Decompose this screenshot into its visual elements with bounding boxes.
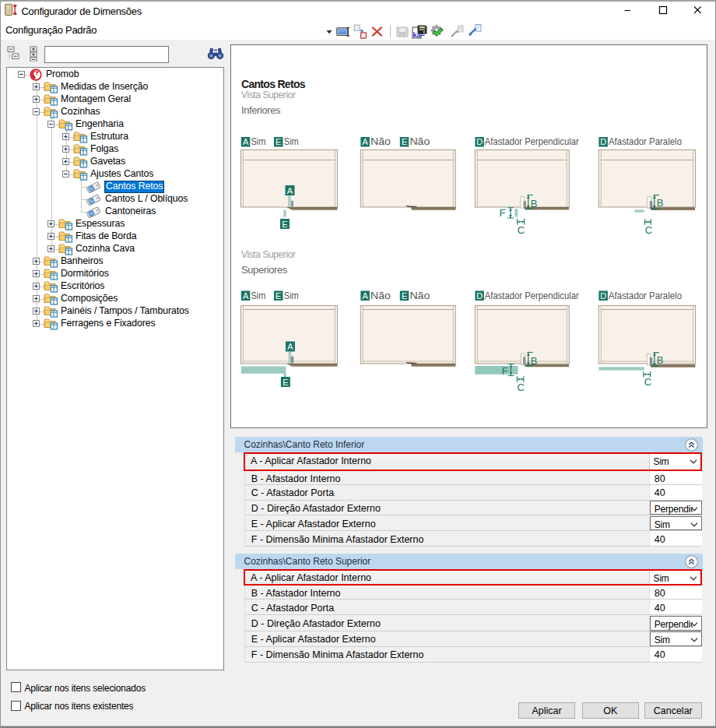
svg-text:Sim: Sim <box>284 290 299 301</box>
svg-text:Afastador Perpendicular: Afastador Perpendicular <box>485 290 580 301</box>
svg-text:D: D <box>600 137 606 146</box>
svg-text:A: A <box>287 342 293 351</box>
svg-text:F: F <box>500 207 506 219</box>
svg-text:A: A <box>243 137 249 146</box>
svg-text:E: E <box>276 137 281 146</box>
svg-text:Não: Não <box>370 290 391 301</box>
svg-text:E: E <box>276 291 281 301</box>
svg-text:A: A <box>243 291 249 301</box>
svg-text:Não: Não <box>409 290 430 301</box>
svg-text:A: A <box>287 186 293 195</box>
svg-text:B: B <box>657 354 664 366</box>
svg-text:C: C <box>518 382 525 393</box>
svg-text:E: E <box>282 220 287 229</box>
svg-text:Não: Não <box>409 135 430 147</box>
svg-text:C: C <box>644 376 651 388</box>
svg-text:Sim: Sim <box>251 290 266 301</box>
svg-text:C: C <box>518 224 525 236</box>
svg-text:Afastador Paralelo: Afastador Paralelo <box>609 290 682 301</box>
svg-text:D: D <box>476 137 483 146</box>
svg-text:C: C <box>645 224 652 236</box>
svg-text:A: A <box>362 137 368 146</box>
svg-text:D: D <box>476 291 483 301</box>
svg-text:Não: Não <box>370 135 391 147</box>
svg-text:Sim: Sim <box>251 135 266 147</box>
svg-text:B: B <box>657 197 664 209</box>
svg-text:B: B <box>531 198 538 209</box>
svg-text:A: A <box>362 291 368 301</box>
svg-text:E: E <box>283 378 288 387</box>
svg-text:E: E <box>402 291 407 301</box>
svg-text:F: F <box>502 365 508 377</box>
svg-text:B: B <box>531 355 538 367</box>
svg-text:Afastador Paralelo: Afastador Paralelo <box>609 135 682 147</box>
svg-text:Afastador Perpendicular: Afastador Perpendicular <box>485 135 580 147</box>
svg-text:Sim: Sim <box>284 135 299 147</box>
svg-text:E: E <box>402 137 407 146</box>
svg-text:D: D <box>600 291 606 301</box>
